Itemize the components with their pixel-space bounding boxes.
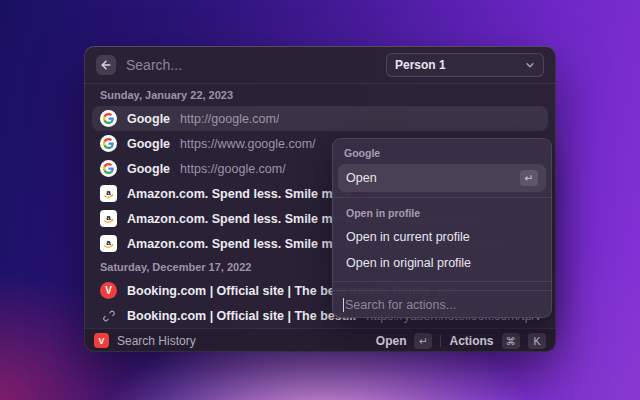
menu-item-open-original-profile[interactable]: Open in original profile — [338, 250, 546, 276]
actions-search-input[interactable]: Search for actions... — [332, 290, 552, 318]
open-action-label[interactable]: Open — [376, 334, 407, 348]
history-row[interactable]: Google http://google.com/ — [92, 106, 548, 131]
row-title: Amazon.com. Spend less. Smile more. — [127, 237, 356, 251]
row-url: https://www.google.com/ — [180, 137, 315, 151]
menu-item-open[interactable]: Open ↵ — [338, 164, 546, 192]
date-header: Sunday, January 22, 2023 — [92, 84, 548, 106]
text-cursor — [343, 298, 344, 312]
statusbar-divider — [440, 335, 441, 347]
row-title: Amazon.com. Spend less. Smile more. — [127, 187, 356, 201]
launcher-window: Person 1 Sunday, January 22, 2023 Google… — [84, 46, 556, 352]
menu-context-title: Google — [338, 143, 546, 164]
row-url: http://google.com/ — [180, 112, 279, 126]
enter-key-badge: ↵ — [520, 170, 538, 186]
amazon-favicon: a — [100, 185, 117, 202]
google-favicon — [100, 135, 117, 152]
enter-key-badge: ↵ — [414, 333, 432, 349]
menu-divider — [332, 281, 552, 282]
svg-text:a: a — [106, 213, 111, 222]
menu-item-open-current-profile[interactable]: Open in current profile — [338, 224, 546, 250]
actions-button[interactable]: Actions — [449, 334, 493, 348]
amazon-favicon: a — [100, 235, 117, 252]
menu-divider — [332, 197, 552, 198]
row-title: Amazon.com. Spend less. Smile more. — [127, 212, 356, 226]
row-title: Google — [127, 112, 170, 126]
amazon-favicon: a — [100, 210, 117, 227]
actions-menu: Google Open ↵ Open in profile Open in cu… — [332, 138, 552, 318]
svg-text:a: a — [106, 188, 111, 197]
vivaldi-favicon: V — [100, 282, 117, 299]
row-title: Google — [127, 162, 170, 176]
menu-section-title: Open in profile — [338, 203, 546, 224]
row-url: https://google.com/ — [180, 162, 286, 176]
top-bar: Person 1 — [84, 46, 556, 84]
google-favicon — [100, 110, 117, 127]
svg-text:a: a — [106, 238, 111, 247]
menu-item-label: Open — [346, 171, 512, 185]
status-bar: V Search History Open ↵ Actions ⌘ K — [84, 328, 556, 352]
menu-item-label: Open in original profile — [346, 256, 538, 270]
extension-name: Search History — [117, 334, 368, 348]
search-input[interactable] — [126, 57, 376, 73]
menu-item-label: Open in current profile — [346, 230, 538, 244]
k-key-badge: K — [528, 333, 546, 349]
back-button[interactable] — [96, 55, 116, 75]
row-title: Booking.com | Official site | The best..… — [127, 309, 356, 323]
broken-link-icon — [100, 307, 117, 324]
chevron-down-icon — [525, 60, 535, 70]
vivaldi-app-icon: V — [94, 333, 109, 348]
profile-dropdown[interactable]: Person 1 — [386, 53, 544, 77]
profile-dropdown-value: Person 1 — [395, 58, 519, 72]
actions-menu-list: Google Open ↵ Open in profile Open in cu… — [332, 138, 552, 290]
actions-search-placeholder: Search for actions... — [345, 298, 456, 312]
cmd-key-badge: ⌘ — [502, 333, 521, 349]
arrow-left-icon — [100, 59, 112, 71]
google-favicon — [100, 160, 117, 177]
row-title: Google — [127, 137, 170, 151]
